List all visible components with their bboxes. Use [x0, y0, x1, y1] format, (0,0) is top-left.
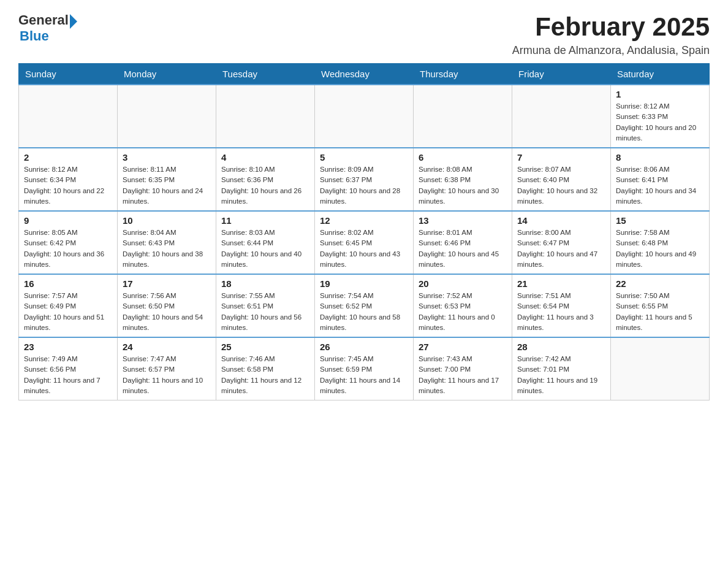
day-number: 4	[221, 152, 309, 163]
calendar-cell: 28Sunrise: 7:42 AMSunset: 7:01 PMDayligh…	[512, 337, 611, 400]
day-header-tuesday: Tuesday	[216, 64, 315, 85]
day-number: 14	[517, 215, 605, 226]
day-header-thursday: Thursday	[414, 64, 512, 85]
day-number: 28	[517, 342, 605, 352]
calendar-cell: 16Sunrise: 7:57 AMSunset: 6:49 PMDayligh…	[19, 274, 118, 337]
calendar-cell: 6Sunrise: 8:08 AMSunset: 6:38 PMDaylight…	[414, 148, 512, 211]
day-header-friday: Friday	[512, 64, 611, 85]
calendar-cell: 11Sunrise: 8:03 AMSunset: 6:44 PMDayligh…	[216, 211, 315, 274]
calendar-cell: 20Sunrise: 7:52 AMSunset: 6:53 PMDayligh…	[414, 274, 512, 337]
day-header-wednesday: Wednesday	[315, 64, 414, 85]
day-detail: Sunrise: 7:42 AMSunset: 7:01 PMDaylight:…	[517, 354, 605, 396]
day-detail: Sunrise: 8:06 AMSunset: 6:41 PMDaylight:…	[616, 164, 704, 207]
day-detail: Sunrise: 8:12 AMSunset: 6:33 PMDaylight:…	[616, 101, 704, 144]
calendar-cell	[216, 85, 315, 148]
day-number: 17	[123, 278, 211, 289]
day-number: 5	[320, 152, 408, 163]
day-detail: Sunrise: 8:08 AMSunset: 6:38 PMDaylight:…	[419, 164, 507, 207]
day-detail: Sunrise: 7:56 AMSunset: 6:50 PMDaylight:…	[123, 291, 211, 333]
day-detail: Sunrise: 8:01 AMSunset: 6:46 PMDaylight:…	[419, 228, 507, 270]
day-detail: Sunrise: 7:52 AMSunset: 6:53 PMDaylight:…	[419, 291, 507, 333]
day-detail: Sunrise: 7:47 AMSunset: 6:57 PMDaylight:…	[123, 354, 211, 396]
calendar-cell	[611, 337, 710, 400]
day-detail: Sunrise: 7:54 AMSunset: 6:52 PMDaylight:…	[320, 291, 408, 333]
day-header-monday: Monday	[118, 64, 216, 85]
calendar-cell: 8Sunrise: 8:06 AMSunset: 6:41 PMDaylight…	[611, 148, 710, 211]
logo: General Blue	[18, 12, 77, 44]
day-detail: Sunrise: 8:10 AMSunset: 6:36 PMDaylight:…	[221, 164, 309, 207]
calendar-week-row: 9Sunrise: 8:05 AMSunset: 6:42 PMDaylight…	[19, 211, 710, 274]
calendar-cell	[315, 85, 414, 148]
day-number: 25	[221, 342, 309, 352]
day-number: 9	[24, 215, 112, 226]
day-detail: Sunrise: 7:46 AMSunset: 6:58 PMDaylight:…	[221, 354, 309, 396]
day-detail: Sunrise: 8:12 AMSunset: 6:34 PMDaylight:…	[24, 164, 112, 207]
day-detail: Sunrise: 7:45 AMSunset: 6:59 PMDaylight:…	[320, 354, 408, 396]
calendar-cell: 27Sunrise: 7:43 AMSunset: 7:00 PMDayligh…	[414, 337, 512, 400]
calendar-cell: 7Sunrise: 8:07 AMSunset: 6:40 PMDaylight…	[512, 148, 611, 211]
day-detail: Sunrise: 8:09 AMSunset: 6:37 PMDaylight:…	[320, 164, 408, 207]
day-number: 23	[24, 342, 112, 352]
calendar-cell: 4Sunrise: 8:10 AMSunset: 6:36 PMDaylight…	[216, 148, 315, 211]
calendar-cell: 17Sunrise: 7:56 AMSunset: 6:50 PMDayligh…	[118, 274, 216, 337]
calendar-cell	[512, 85, 611, 148]
day-number: 20	[419, 278, 507, 289]
day-detail: Sunrise: 7:43 AMSunset: 7:00 PMDaylight:…	[419, 354, 507, 396]
day-number: 15	[616, 215, 704, 226]
calendar-cell: 23Sunrise: 7:49 AMSunset: 6:56 PMDayligh…	[19, 337, 118, 400]
calendar-cell: 19Sunrise: 7:54 AMSunset: 6:52 PMDayligh…	[315, 274, 414, 337]
day-number: 8	[616, 152, 704, 163]
day-number: 27	[419, 342, 507, 352]
header: General Blue February 2025 Armuna de Alm…	[18, 12, 710, 57]
logo-arrow-icon	[70, 14, 77, 29]
day-detail: Sunrise: 8:02 AMSunset: 6:45 PMDaylight:…	[320, 228, 408, 270]
day-detail: Sunrise: 8:11 AMSunset: 6:35 PMDaylight:…	[123, 164, 211, 207]
calendar-cell: 13Sunrise: 8:01 AMSunset: 6:46 PMDayligh…	[414, 211, 512, 274]
calendar-cell: 15Sunrise: 7:58 AMSunset: 6:48 PMDayligh…	[611, 211, 710, 274]
day-number: 7	[517, 152, 605, 163]
day-number: 13	[419, 215, 507, 226]
day-detail: Sunrise: 7:50 AMSunset: 6:55 PMDaylight:…	[616, 291, 704, 333]
day-detail: Sunrise: 7:51 AMSunset: 6:54 PMDaylight:…	[517, 291, 605, 333]
day-number: 12	[320, 215, 408, 226]
month-year-title: February 2025	[512, 12, 710, 42]
location-subtitle: Armuna de Almanzora, Andalusia, Spain	[512, 44, 710, 57]
title-area: February 2025 Armuna de Almanzora, Andal…	[512, 12, 710, 57]
calendar-cell: 2Sunrise: 8:12 AMSunset: 6:34 PMDaylight…	[19, 148, 118, 211]
day-number: 21	[517, 278, 605, 289]
day-header-sunday: Sunday	[19, 64, 118, 85]
calendar-week-row: 1Sunrise: 8:12 AMSunset: 6:33 PMDaylight…	[19, 85, 710, 148]
day-number: 10	[123, 215, 211, 226]
calendar-cell: 26Sunrise: 7:45 AMSunset: 6:59 PMDayligh…	[315, 337, 414, 400]
day-number: 24	[123, 342, 211, 352]
calendar-cell: 21Sunrise: 7:51 AMSunset: 6:54 PMDayligh…	[512, 274, 611, 337]
calendar-table: SundayMondayTuesdayWednesdayThursdayFrid…	[18, 63, 710, 400]
day-number: 3	[123, 152, 211, 163]
day-number: 2	[24, 152, 112, 163]
calendar-cell: 1Sunrise: 8:12 AMSunset: 6:33 PMDaylight…	[611, 85, 710, 148]
day-detail: Sunrise: 8:03 AMSunset: 6:44 PMDaylight:…	[221, 228, 309, 270]
day-number: 26	[320, 342, 408, 352]
calendar-cell: 12Sunrise: 8:02 AMSunset: 6:45 PMDayligh…	[315, 211, 414, 274]
calendar-cell: 10Sunrise: 8:04 AMSunset: 6:43 PMDayligh…	[118, 211, 216, 274]
day-number: 22	[616, 278, 704, 289]
day-detail: Sunrise: 7:55 AMSunset: 6:51 PMDaylight:…	[221, 291, 309, 333]
day-detail: Sunrise: 8:00 AMSunset: 6:47 PMDaylight:…	[517, 228, 605, 270]
calendar-cell: 24Sunrise: 7:47 AMSunset: 6:57 PMDayligh…	[118, 337, 216, 400]
calendar-cell	[19, 85, 118, 148]
day-number: 18	[221, 278, 309, 289]
calendar-cell: 9Sunrise: 8:05 AMSunset: 6:42 PMDaylight…	[19, 211, 118, 274]
calendar-cell: 18Sunrise: 7:55 AMSunset: 6:51 PMDayligh…	[216, 274, 315, 337]
calendar-week-row: 16Sunrise: 7:57 AMSunset: 6:49 PMDayligh…	[19, 274, 710, 337]
calendar-cell: 14Sunrise: 8:00 AMSunset: 6:47 PMDayligh…	[512, 211, 611, 274]
calendar-cell: 22Sunrise: 7:50 AMSunset: 6:55 PMDayligh…	[611, 274, 710, 337]
day-detail: Sunrise: 7:58 AMSunset: 6:48 PMDaylight:…	[616, 228, 704, 270]
day-number: 6	[419, 152, 507, 163]
calendar-cell	[118, 85, 216, 148]
calendar-cell: 3Sunrise: 8:11 AMSunset: 6:35 PMDaylight…	[118, 148, 216, 211]
calendar-week-row: 23Sunrise: 7:49 AMSunset: 6:56 PMDayligh…	[19, 337, 710, 400]
day-number: 11	[221, 215, 309, 226]
day-detail: Sunrise: 8:04 AMSunset: 6:43 PMDaylight:…	[123, 228, 211, 270]
day-detail: Sunrise: 7:57 AMSunset: 6:49 PMDaylight:…	[24, 291, 112, 333]
day-number: 1	[616, 89, 704, 99]
